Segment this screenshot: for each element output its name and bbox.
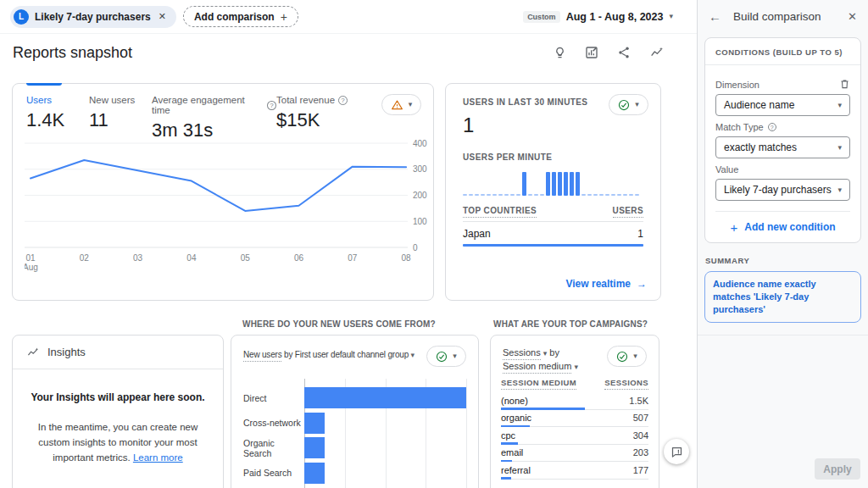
add-comparison-button[interactable]: Add comparison + <box>183 6 298 27</box>
insights-title: Insights <box>47 346 86 358</box>
metric-tab-avg-engagement[interactable]: Average engagement time? 3m 31s <box>152 95 276 141</box>
metric-value: $15K <box>276 109 348 131</box>
feedback-button[interactable] <box>664 439 689 464</box>
trash-icon[interactable] <box>839 78 850 90</box>
data-quality-ok-button[interactable]: ▾ <box>426 346 466 367</box>
dimension-text: by First user default channel group <box>284 350 409 359</box>
data-quality-ok-button[interactable]: ▾ <box>607 346 647 367</box>
summary-chip[interactable]: Audience name exactly matches 'Likely 7-… <box>704 271 861 323</box>
metric-picker[interactable]: New users <box>243 350 281 362</box>
customize-report-icon[interactable] <box>585 46 598 59</box>
metric-tab-total-revenue[interactable]: Total revenue? $15K <box>276 95 348 141</box>
apply-button[interactable]: Apply <box>815 458 860 480</box>
minute-bar <box>558 172 562 196</box>
report-toolbar <box>554 45 665 62</box>
plus-icon: + <box>281 10 287 24</box>
minute-zero-dash <box>504 194 509 196</box>
help-icon[interactable]: ? <box>768 123 776 131</box>
campaign-row: (none)1.5K <box>501 392 648 410</box>
title-row: Reports snapshot <box>0 34 697 62</box>
chevron-down-icon: ▾ <box>453 352 457 360</box>
comparison-avatar: L <box>14 9 29 25</box>
learn-more-link[interactable]: Learn more <box>133 452 183 463</box>
minute-bar <box>576 172 580 196</box>
channel-track <box>304 463 466 484</box>
campaign-sessions: 203 <box>633 447 648 458</box>
svg-text:05: 05 <box>241 253 251 263</box>
sessions-column: SESSIONS <box>604 378 648 390</box>
metric-picker[interactable]: Sessions <box>503 347 541 360</box>
date-custom-badge: Custom <box>523 11 560 23</box>
campaign-sessions: 507 <box>633 413 648 423</box>
share-icon[interactable] <box>617 46 631 59</box>
campaigns-section-title: WHAT ARE YOUR TOP CAMPAIGNS? <box>493 319 648 329</box>
channel-track <box>304 387 466 408</box>
metric-tab-new-users[interactable]: New users 11 <box>89 95 152 141</box>
channels-card-header[interactable]: New users by First user default channel … <box>243 346 415 359</box>
svg-text:03: 03 <box>133 253 143 263</box>
campaign-rows: (none)1.5Korganic507cpc304email203referr… <box>501 392 648 480</box>
country-bar <box>463 244 643 247</box>
value-label: Value <box>715 164 850 175</box>
metric-value: 11 <box>89 109 152 131</box>
country-users: 1 <box>637 228 643 240</box>
country-row: Japan 1 <box>463 222 643 244</box>
insights-bulb-icon[interactable] <box>554 45 566 60</box>
help-icon[interactable]: ? <box>338 96 348 105</box>
minute-zero-dash <box>469 194 473 196</box>
date-range-picker[interactable]: Custom Aug 1 - Aug 8, 2023 ▾ <box>523 11 673 23</box>
metric-tab-users[interactable]: Users 1.4K <box>26 95 89 141</box>
minute-zero-dash <box>487 194 491 196</box>
top-countries-column: TOP COUNTRIES <box>463 206 537 218</box>
channel-row: Organic Search <box>243 435 466 461</box>
help-icon[interactable]: ? <box>267 101 276 110</box>
add-comparison-label: Add comparison <box>194 11 275 23</box>
insights-sparkline-icon[interactable] <box>649 46 665 59</box>
minute-zero-dash <box>540 194 544 196</box>
minute-bar <box>522 172 526 196</box>
add-new-condition-button[interactable]: + Add new condition <box>715 211 850 242</box>
campaign-medium: (none) <box>501 396 528 406</box>
chevron-down-icon: ▾ <box>409 101 413 108</box>
chevron-down-icon: ▾ <box>837 144 842 152</box>
chevron-down-icon: ▾ <box>633 352 637 360</box>
metric-label: Average engagement time <box>152 95 264 115</box>
view-realtime-link[interactable]: View realtime → <box>566 278 648 290</box>
chip-close-icon[interactable]: ✕ <box>157 11 168 22</box>
svg-text:100: 100 <box>413 217 427 226</box>
country-name: Japan <box>463 228 491 240</box>
value-select[interactable]: Likely 7-day purchasers ▾ <box>715 179 850 201</box>
close-icon[interactable]: ✕ <box>848 10 857 23</box>
data-quality-ok-button[interactable]: ▾ <box>609 94 648 115</box>
users-per-minute-chart <box>463 170 643 196</box>
channels-section-title: WHERE DO YOUR NEW USERS COME FROM? <box>242 319 436 329</box>
channel-row: Direct <box>243 385 466 411</box>
minute-zero-dash <box>605 194 609 196</box>
campaign-row: referral177 <box>501 462 648 480</box>
dimension-select[interactable]: Audience name ▾ <box>715 94 850 116</box>
match-type-select[interactable]: exactly matches ▾ <box>715 136 850 158</box>
campaign-medium: cpc <box>501 430 515 441</box>
campaign-row: cpc304 <box>501 427 648 445</box>
campaigns-card-header[interactable]: Sessions ▾ by Session medium ▾ <box>503 346 578 373</box>
channel-label: Paid Search <box>243 468 304 478</box>
comparison-chip[interactable]: L Likely 7-day purchasers ✕ <box>10 6 176 28</box>
minute-zero-dash <box>463 194 467 196</box>
channel-label: Cross-network <box>243 418 304 428</box>
minute-zero-dash <box>599 194 604 196</box>
data-quality-warning-button[interactable]: ▾ <box>381 94 421 115</box>
minute-bar <box>570 172 574 196</box>
chevron-down-icon: ▾ <box>837 102 842 109</box>
campaign-sessions: 177 <box>633 465 648 475</box>
conditions-header: CONDITIONS (BUILD UP TO 5) <box>705 38 860 65</box>
campaign-medium: organic <box>501 413 531 423</box>
campaigns-table: SESSION MEDIUM SESSIONS (none)1.5Korgani… <box>501 378 648 480</box>
channel-bar <box>304 463 325 484</box>
minute-zero-dash <box>587 194 592 196</box>
svg-text:400: 400 <box>413 140 427 148</box>
check-circle-icon <box>618 99 630 111</box>
minute-zero-dash <box>635 194 639 196</box>
back-arrow-icon[interactable]: ← <box>709 9 721 24</box>
insights-header: Insights <box>13 336 223 369</box>
dimension-picker[interactable]: Session medium <box>503 361 571 374</box>
